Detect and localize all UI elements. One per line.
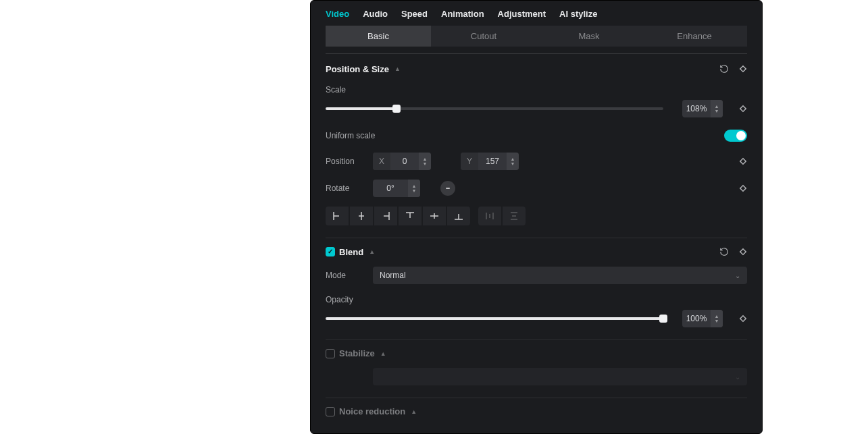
uniform-scale-toggle[interactable] bbox=[724, 130, 747, 142]
chevron-down-icon: ⌄ bbox=[735, 272, 740, 279]
section-blend: Blend ▲ Mode Normal ⌄ Opacity bbox=[311, 238, 762, 340]
section-header: Position & Size ▲ bbox=[326, 63, 747, 74]
stabilize-checkbox[interactable] bbox=[326, 349, 335, 358]
subtab-mask[interactable]: Mask bbox=[536, 26, 642, 47]
chevron-up-icon: ▲ bbox=[380, 350, 386, 357]
tab-video[interactable]: Video bbox=[326, 9, 349, 19]
position-x-value: 0 bbox=[390, 157, 419, 166]
keyframe-position-icon[interactable] bbox=[739, 157, 747, 165]
section-title-stabilize[interactable]: Stabilize ▲ bbox=[326, 348, 386, 358]
align-right-icon[interactable] bbox=[374, 207, 397, 225]
align-left-icon[interactable] bbox=[326, 207, 349, 225]
rotate-origin-button[interactable] bbox=[440, 181, 455, 196]
keyframe-icon[interactable] bbox=[739, 248, 747, 256]
scale-slider-fill bbox=[326, 107, 397, 110]
align-center-h-icon[interactable] bbox=[350, 207, 373, 225]
tab-speed[interactable]: Speed bbox=[401, 9, 428, 19]
blend-mode-select[interactable]: Normal ⌄ bbox=[373, 267, 747, 284]
scale-slider[interactable] bbox=[326, 107, 663, 110]
reset-icon[interactable] bbox=[719, 63, 730, 74]
rotate-input[interactable]: 0° ▲▼ bbox=[373, 180, 420, 197]
section-noise-reduction: Noice reduction ▲ bbox=[311, 398, 762, 422]
scale-value-input[interactable]: 108% ▲▼ bbox=[682, 100, 723, 117]
rotate-label: Rotate bbox=[326, 184, 366, 193]
section-title-noise[interactable]: Noice reduction ▲ bbox=[326, 406, 417, 416]
scale-value: 108% bbox=[682, 104, 711, 113]
opacity-slider-thumb[interactable] bbox=[659, 315, 667, 323]
position-label: Position bbox=[326, 157, 366, 166]
position-y-input[interactable]: Y 157 ▲▼ bbox=[461, 153, 519, 170]
blend-title-text: Blend bbox=[339, 247, 363, 257]
scale-label: Scale bbox=[326, 85, 346, 94]
section-title-blend[interactable]: Blend ▲ bbox=[326, 247, 375, 257]
blend-mode-value: Normal bbox=[380, 271, 406, 280]
chevron-up-icon: ▲ bbox=[411, 408, 417, 415]
x-label: X bbox=[373, 153, 390, 170]
rotate-value: 0° bbox=[373, 184, 408, 193]
stabilize-select: ⌄ bbox=[373, 368, 747, 385]
svg-rect-1 bbox=[740, 106, 746, 111]
reset-icon[interactable] bbox=[719, 246, 730, 257]
keyframe-icon[interactable] bbox=[739, 65, 747, 73]
stabilize-title-text: Stabilize bbox=[339, 348, 375, 358]
sub-tabs: Basic Cutout Mask Enhance bbox=[326, 26, 747, 47]
y-label: Y bbox=[461, 153, 478, 170]
svg-rect-3 bbox=[740, 186, 746, 191]
svg-rect-0 bbox=[740, 66, 746, 72]
position-y-value: 157 bbox=[478, 157, 507, 166]
svg-rect-2 bbox=[740, 159, 746, 164]
subtab-cutout[interactable]: Cutout bbox=[431, 26, 536, 47]
subtab-enhance[interactable]: Enhance bbox=[642, 26, 747, 47]
tab-adjustment[interactable]: Adjustment bbox=[498, 9, 546, 19]
mode-label: Mode bbox=[326, 271, 366, 280]
opacity-value-input[interactable]: 100% ▲▼ bbox=[682, 310, 723, 327]
video-properties-panel: Video Audio Speed Animation Adjustment A… bbox=[310, 0, 763, 434]
stepper-icon[interactable]: ▲▼ bbox=[507, 153, 519, 170]
opacity-value: 100% bbox=[682, 314, 711, 323]
section-position-size: Position & Size ▲ Scale 108% bbox=[311, 54, 762, 238]
uniform-scale-label: Uniform scale bbox=[326, 131, 375, 140]
opacity-slider[interactable] bbox=[326, 317, 663, 320]
title-text: Position & Size bbox=[326, 64, 389, 74]
section-title-position-size[interactable]: Position & Size ▲ bbox=[326, 64, 401, 74]
align-bottom-icon[interactable] bbox=[447, 207, 470, 225]
svg-rect-5 bbox=[740, 316, 746, 321]
chevron-up-icon: ▲ bbox=[394, 65, 401, 72]
keyframe-opacity-icon[interactable] bbox=[739, 315, 747, 323]
dash-icon bbox=[446, 188, 450, 189]
chevron-down-icon: ⌄ bbox=[735, 373, 740, 381]
opacity-slider-fill bbox=[326, 317, 663, 320]
noise-title-text: Noice reduction bbox=[339, 406, 405, 416]
stepper-icon[interactable]: ▲▼ bbox=[711, 100, 723, 117]
align-center-v-icon[interactable] bbox=[423, 207, 446, 225]
blend-checkbox[interactable] bbox=[326, 247, 335, 256]
opacity-label: Opacity bbox=[326, 295, 353, 304]
tab-ai-stylize[interactable]: AI stylize bbox=[559, 9, 597, 19]
scale-slider-thumb[interactable] bbox=[392, 105, 401, 113]
svg-rect-4 bbox=[740, 249, 746, 254]
alignment-toolbar bbox=[326, 207, 747, 225]
keyframe-scale-icon[interactable] bbox=[739, 105, 747, 113]
align-top-icon[interactable] bbox=[399, 207, 422, 225]
distribute-h-icon[interactable] bbox=[478, 207, 501, 225]
stepper-icon[interactable]: ▲▼ bbox=[419, 153, 431, 170]
chevron-up-icon: ▲ bbox=[369, 248, 375, 255]
tab-audio[interactable]: Audio bbox=[363, 9, 388, 19]
distribute-v-icon[interactable] bbox=[503, 207, 526, 225]
tab-animation[interactable]: Animation bbox=[441, 9, 484, 19]
main-tabs: Video Audio Speed Animation Adjustment A… bbox=[311, 1, 762, 26]
stepper-icon[interactable]: ▲▼ bbox=[711, 310, 723, 327]
subtab-basic[interactable]: Basic bbox=[326, 26, 431, 47]
keyframe-rotate-icon[interactable] bbox=[739, 184, 747, 192]
stepper-icon[interactable]: ▲▼ bbox=[408, 180, 420, 197]
noise-checkbox[interactable] bbox=[326, 407, 335, 416]
position-x-input[interactable]: X 0 ▲▼ bbox=[373, 153, 431, 170]
section-stabilize: Stabilize ▲ ⌄ bbox=[311, 340, 762, 398]
